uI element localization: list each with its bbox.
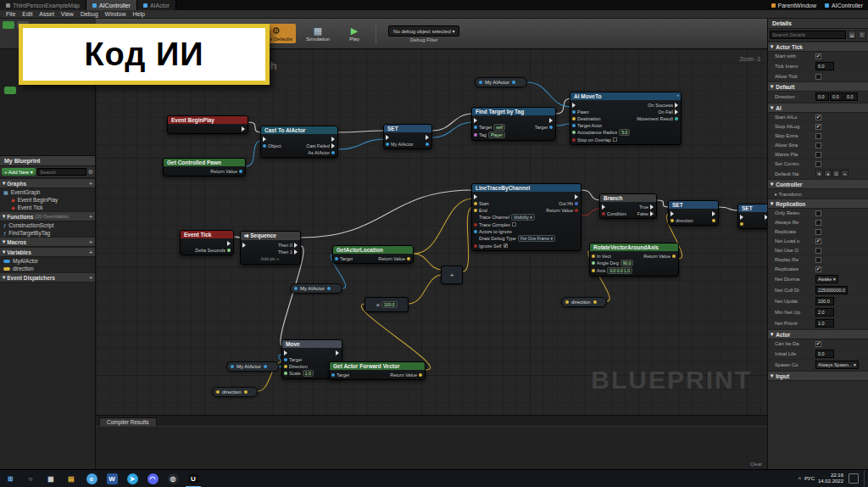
- property-value-field[interactable]: 2.0: [815, 308, 834, 316]
- node-line-trace-by-channel[interactable]: LineTraceByChannelStartOut HitEndReturn …: [471, 183, 581, 251]
- property-value-field[interactable]: 0.0: [815, 62, 834, 70]
- section-event-dispatchers[interactable]: ▾Event Dispatchers+: [0, 272, 95, 283]
- data-pin[interactable]: [592, 255, 595, 258]
- tree-item-eventgraph[interactable]: ▦EventGraph: [0, 188, 95, 196]
- pin-default-value[interactable]: Player: [488, 132, 505, 138]
- simulation-button[interactable]: ▦Simulation: [303, 24, 333, 43]
- data-pin[interactable]: [263, 144, 266, 148]
- blueprint-search-input[interactable]: [37, 168, 86, 176]
- discord-icon[interactable]: ◠: [142, 470, 163, 487]
- exec-pin[interactable]: [336, 350, 339, 355]
- details-settings-icon[interactable]: ≡: [858, 31, 866, 39]
- var-get-direction-mid[interactable]: direction: [561, 297, 607, 307]
- exec-pin[interactable]: [740, 215, 743, 220]
- details-search-input[interactable]: [770, 31, 846, 39]
- section-variables[interactable]: ▾Variables+: [0, 247, 95, 257]
- property-dropdown[interactable]: Always Spawn... ▾: [815, 361, 859, 369]
- property-checkbox[interactable]: [815, 161, 821, 167]
- menu-edit[interactable]: Edit: [19, 11, 36, 17]
- show-desktop-button[interactable]: [864, 470, 866, 487]
- pin-checkbox[interactable]: [512, 222, 516, 227]
- explorer-icon[interactable]: ▤: [61, 470, 81, 487]
- add-pin-button[interactable]: Add pin +: [242, 255, 298, 262]
- property-dropdown[interactable]: Awake ▾: [815, 275, 838, 283]
- exec-pin[interactable]: [474, 194, 477, 199]
- debug-object-dropdown[interactable]: No debug object selected ▾: [388, 25, 459, 36]
- exec-pin[interactable]: [650, 204, 654, 210]
- data-pin[interactable]: [227, 249, 231, 252]
- property-checkbox[interactable]: [815, 143, 821, 148]
- add-functions-button[interactable]: +: [89, 214, 92, 220]
- tree-item-constructionscript[interactable]: ƒConstructionScript: [0, 221, 95, 229]
- property-checkbox[interactable]: [815, 210, 821, 216]
- exec-pin[interactable]: [575, 194, 578, 199]
- var-get-my-aiactor-top[interactable]: My AIActor: [475, 77, 527, 87]
- tray-chevron-icon[interactable]: ^: [798, 476, 801, 482]
- pin-dropdown[interactable]: For One Frame ▾: [518, 235, 555, 242]
- data-pin[interactable]: [474, 244, 477, 248]
- window-tab-aicontroller[interactable]: AIController: [86, 0, 137, 10]
- data-pin[interactable]: [572, 117, 576, 120]
- details-section-actor[interactable]: ▾Actor: [768, 329, 868, 339]
- exec-pin[interactable]: [294, 243, 298, 248]
- unreal-icon[interactable]: U: [183, 470, 203, 487]
- menu-asset[interactable]: Asset: [36, 11, 58, 17]
- pin-default-value[interactable]: 1.0: [303, 370, 314, 377]
- pin-default-value[interactable]: 5.0: [619, 129, 630, 136]
- asset-picker-icon[interactable]: ◂: [824, 170, 832, 177]
- data-pin[interactable]: [331, 373, 335, 377]
- asset-picker-icon[interactable]: +: [841, 170, 849, 177]
- node-sequence[interactable]: ⇉ SequenceThen 0Then 1Add pin +: [240, 231, 301, 265]
- pin-default-value[interactable]: self: [493, 124, 505, 131]
- exec-pin[interactable]: [386, 135, 389, 140]
- property-checkbox[interactable]: [815, 266, 821, 272]
- exec-pin[interactable]: [474, 118, 477, 123]
- data-pin[interactable]: [592, 261, 595, 265]
- tree-item-findtargetbytag[interactable]: ƒFindTargetByTag: [0, 229, 95, 237]
- details-tab[interactable]: Details: [768, 19, 868, 29]
- output-pin[interactable]: [512, 81, 515, 84]
- property-checkbox[interactable]: [815, 124, 821, 130]
- var-get-my-aiactor-mid[interactable]: My AIActor: [290, 283, 342, 294]
- node-set-my-aiactor[interactable]: SETMy AIActor: [383, 124, 432, 149]
- data-pin[interactable]: [675, 117, 678, 120]
- pin-default-value[interactable]: 90.0: [620, 260, 634, 266]
- menu-view[interactable]: View: [58, 11, 77, 17]
- tree-item-event-tick[interactable]: ◆Event Tick: [0, 204, 95, 211]
- add-event-dispatchers-button[interactable]: +: [89, 275, 92, 281]
- node-get-actor-forward-vector[interactable]: Get Actor Forward VectorTargetReturn Val…: [329, 361, 426, 380]
- details-view-options-icon[interactable]: ⊞: [848, 31, 856, 39]
- exec-pin[interactable]: [331, 143, 335, 148]
- notification-center-icon[interactable]: [849, 473, 859, 484]
- exec-pin[interactable]: [263, 137, 266, 142]
- blueprint-graph[interactable]: EventGraph Zoom -3 BLUEPRINT My AIActorE…: [96, 49, 767, 415]
- exec-pin[interactable]: [284, 350, 287, 355]
- details-section-replication[interactable]: ▾Replication: [768, 199, 868, 209]
- property-checkbox[interactable]: [815, 115, 821, 120]
- data-pin[interactable]: [426, 143, 429, 146]
- vector-component-field[interactable]: 0.0: [844, 92, 858, 101]
- pin-dropdown[interactable]: Visibility ▾: [511, 214, 535, 221]
- data-pin[interactable]: [672, 255, 676, 258]
- exec-pin[interactable]: [294, 249, 298, 255]
- gear-icon[interactable]: ⚙: [88, 169, 93, 176]
- add-new-button[interactable]: + Add New ▾: [2, 168, 36, 176]
- var-get-my-aiactor-bottom[interactable]: My AIActor: [226, 361, 279, 372]
- node-get-controlled-pawn[interactable]: Get Controlled PawnReturn Value: [163, 158, 246, 176]
- data-pin[interactable]: [572, 124, 576, 127]
- data-pin[interactable]: [386, 143, 389, 146]
- details-section-controller[interactable]: ▾Controller: [768, 179, 868, 189]
- property-checkbox[interactable]: [815, 248, 821, 254]
- node-rotate-vector-around-axis[interactable]: RotateVectorAroundAxisIn VectReturn Valu…: [589, 243, 679, 277]
- property-value-field[interactable]: 1.0: [815, 319, 834, 327]
- data-pin[interactable]: [575, 209, 578, 212]
- node-set-2[interactable]: SET: [737, 204, 767, 229]
- data-pin[interactable]: [474, 223, 477, 227]
- exec-pin[interactable]: [602, 204, 605, 210]
- property-checkbox[interactable]: [815, 257, 821, 263]
- obs-icon[interactable]: ◎: [163, 470, 183, 487]
- property-checkbox[interactable]: [815, 133, 821, 139]
- data-pin[interactable]: [592, 269, 595, 272]
- node-event-tick[interactable]: Event TickDelta Seconds: [180, 230, 234, 255]
- node-ai-moveto[interactable]: AI MoveTo◔On SuccessPawnOn FailDestinati…: [570, 92, 682, 145]
